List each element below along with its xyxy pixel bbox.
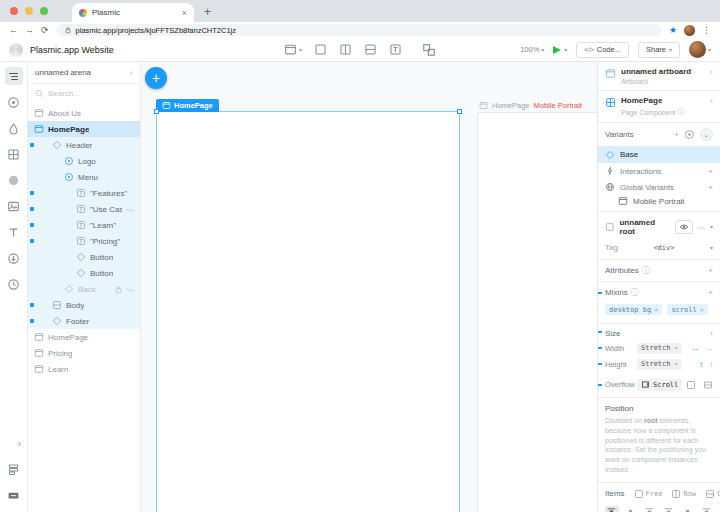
account-menu[interactable]: ▾ — [689, 41, 711, 58]
items-row-button[interactable]: Row — [671, 489, 696, 499]
new-tab-button[interactable]: + — [204, 5, 211, 19]
bookmark-star-icon[interactable]: ★ — [669, 25, 677, 35]
collapse-variants-button[interactable]: ⌄ — [700, 128, 713, 141]
space-around-button[interactable] — [680, 506, 694, 512]
canvas[interactable]: + HomePage Mobile Portrait HomePage — [141, 62, 597, 512]
images-icon[interactable] — [5, 197, 23, 215]
align-end-button[interactable] — [643, 506, 657, 512]
element-menu-icon[interactable]: ▾ — [710, 224, 713, 230]
overflow-scroll-button[interactable]: Scroll — [637, 379, 682, 391]
collapse-icon[interactable]: ‹ — [710, 329, 713, 338]
collapse-icon[interactable]: ‹ — [710, 96, 713, 106]
attributes-section[interactable]: Attributes ⓘ + — [598, 260, 720, 282]
project-title[interactable]: Plasmic.app Website — [30, 45, 114, 55]
theme-drop-icon[interactable] — [5, 119, 23, 137]
artboard-homepage[interactable]: HomePage — [156, 111, 460, 512]
tree-row-learn[interactable]: "Learn" — [28, 217, 140, 233]
vertical-stack-tool-button[interactable] — [364, 43, 377, 56]
global-variants-row[interactable]: Global Variants + — [598, 179, 720, 195]
artboard-mobile-portrait[interactable] — [477, 112, 597, 512]
history-icon[interactable] — [5, 275, 23, 293]
code-button[interactable]: </> Code... — [576, 42, 629, 58]
mixin-chip-desktop-bg[interactable]: desktop bg × — [605, 304, 662, 315]
tree-row-learn-page[interactable]: Learn — [28, 361, 140, 377]
wrap-height-icon[interactable]: ↕ — [709, 360, 713, 369]
collapse-panel-icon[interactable]: ‹ — [130, 68, 133, 78]
forward-icon[interactable]: → — [25, 26, 34, 35]
window-controls[interactable] — [0, 0, 58, 22]
zoom-level-dropdown[interactable]: 100%▾ — [520, 45, 544, 54]
tree-row-button-2[interactable]: Button — [28, 265, 140, 281]
tree-row-menu[interactable]: Menu — [28, 169, 140, 185]
tree-row-footer[interactable]: Footer — [28, 313, 140, 329]
tag-dropdown-icon[interactable]: ▾ — [710, 245, 713, 251]
add-variant-icon[interactable]: + — [674, 130, 679, 139]
user-avatar[interactable] — [689, 41, 706, 58]
close-window-icon[interactable] — [10, 7, 18, 15]
remove-mixin-icon[interactable]: × — [700, 306, 704, 314]
artboard-info-row[interactable]: unnamed artboard Artboard ‹ — [598, 62, 720, 91]
add-frame-button[interactable]: + — [145, 67, 167, 89]
tree-row-back[interactable]: Back — [28, 281, 140, 297]
overflow-hidden-icon[interactable] — [686, 380, 696, 390]
browser-menu-icon[interactable]: ⋮ — [702, 25, 711, 35]
preview-button[interactable]: ▾ — [553, 46, 567, 54]
shortcuts-keyboard-icon[interactable] — [5, 486, 23, 504]
typography-icon[interactable] — [5, 223, 23, 241]
horizontal-stack-tool-button[interactable] — [339, 43, 352, 56]
tokens-icon[interactable] — [5, 171, 23, 189]
artboard1-label[interactable]: HomePage — [156, 99, 219, 112]
arena-header[interactable]: unnamed arena ‹ — [28, 62, 140, 84]
panels-icon[interactable] — [5, 460, 23, 478]
tree-row-about-us[interactable]: About Us — [28, 105, 140, 121]
remove-mixin-icon[interactable]: × — [654, 306, 658, 314]
items-free-button[interactable]: Free — [634, 489, 663, 499]
components-icon[interactable] — [5, 145, 23, 163]
artboard2-label[interactable]: HomePage Mobile Portrait — [479, 99, 582, 111]
tree-row-pricing-page[interactable]: Pricing — [28, 345, 140, 361]
back-icon[interactable]: ← — [9, 26, 18, 35]
import-icon[interactable] — [5, 249, 23, 267]
interaction-wave-icon[interactable] — [697, 223, 706, 232]
tree-row-use-cases[interactable]: "Use Cases" — [28, 201, 140, 217]
frame-tool-button[interactable]: ▾ — [284, 43, 302, 56]
align-start-button[interactable] — [605, 506, 619, 512]
minimize-window-icon[interactable] — [25, 7, 33, 15]
address-bar[interactable]: plasmic.app/projects/kjuFFTSZb8fanzCHT2C… — [56, 24, 662, 36]
tree-search[interactable] — [28, 84, 140, 102]
space-evenly-button[interactable] — [699, 506, 713, 512]
target-icon[interactable] — [5, 93, 23, 111]
text-tool-button[interactable] — [389, 43, 402, 56]
component-info-row[interactable]: HomePage Page Component ⓘ ‹ — [598, 91, 720, 123]
add-attribute-icon[interactable]: + — [708, 266, 713, 275]
tree-row-button-1[interactable]: Button — [28, 249, 140, 265]
tag-row[interactable]: Tag <div> ▾ — [598, 240, 720, 259]
stretch-width-icon[interactable]: ↔ — [691, 344, 699, 353]
mixin-chip-scroll[interactable]: scroll × — [667, 304, 708, 315]
collapse-icon[interactable]: ‹ — [710, 67, 713, 77]
outline-tab-icon[interactable] — [5, 67, 23, 85]
add-interaction-icon[interactable]: + — [708, 167, 713, 176]
width-dropdown[interactable]: Stretch▾ — [637, 343, 682, 354]
mobile-portrait-row[interactable]: Mobile Portrait — [598, 195, 720, 211]
tree-row-homepage-mobile[interactable]: HomePage — [28, 329, 140, 345]
tree-row-logo[interactable]: Logo — [28, 153, 140, 169]
wrap-width-icon[interactable]: ↔ — [705, 344, 713, 353]
overflow-visible-icon[interactable] — [703, 380, 713, 390]
component-tool-button[interactable] — [422, 43, 436, 57]
resize-handle[interactable] — [457, 109, 462, 114]
tree-row-body[interactable]: Body — [28, 297, 140, 313]
items-col-button[interactable]: Col — [705, 489, 720, 499]
add-mixin-icon[interactable]: + — [708, 288, 713, 297]
add-global-variant-icon[interactable]: + — [708, 183, 713, 192]
reload-icon[interactable]: ⟳ — [41, 26, 49, 35]
height-dropdown[interactable]: Stretch▾ — [637, 359, 682, 370]
box-tool-button[interactable] — [314, 43, 327, 56]
variant-settings-icon[interactable] — [684, 129, 695, 140]
expand-panel-icon[interactable]: › — [5, 434, 23, 452]
resize-handle[interactable] — [154, 109, 159, 114]
tab-close-icon[interactable]: × — [182, 8, 187, 18]
stretch-height-icon[interactable]: ↕ — [699, 360, 703, 369]
browser-profile-avatar[interactable] — [684, 25, 695, 36]
tree-row-pricing[interactable]: "Pricing" — [28, 233, 140, 249]
